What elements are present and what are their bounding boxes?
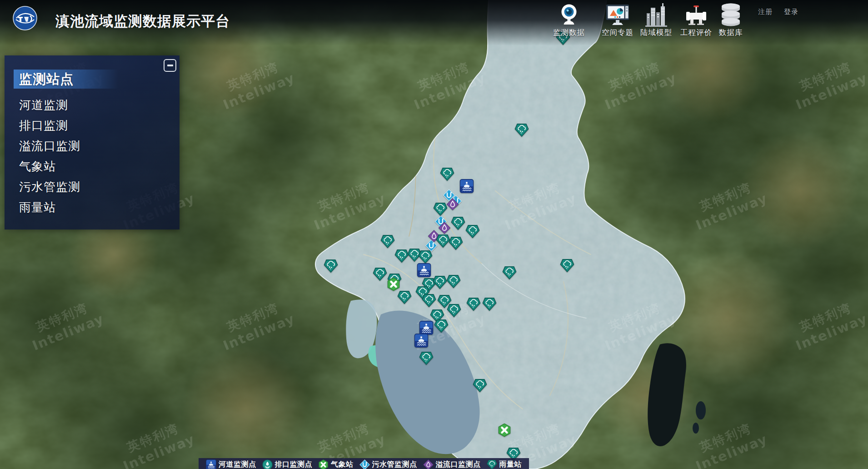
nav-item-database[interactable]: 数据库 bbox=[709, 2, 753, 38]
map-marker-rain-station[interactable] bbox=[447, 304, 461, 317]
map-marker-river-monitoring[interactable] bbox=[460, 179, 474, 193]
map-marker-rain-station[interactable] bbox=[422, 294, 436, 307]
sidebar-item-sewage-monitoring[interactable]: 污水管监测 bbox=[5, 177, 180, 197]
map-marker-rain-station[interactable] bbox=[447, 275, 461, 288]
map-marker-rain-station[interactable] bbox=[483, 298, 497, 311]
monitoring-stations-panel: 监测站点 河道监测 排口监测 溢流口监测 气象站 污水管监测 雨量站 bbox=[5, 55, 180, 230]
map-marker-rain-station[interactable] bbox=[419, 352, 434, 365]
sidebar-item-outlet-monitoring[interactable]: 排口监测 bbox=[5, 115, 180, 136]
rain-marker-icon bbox=[487, 459, 497, 469]
login-link[interactable]: 登录 bbox=[784, 8, 798, 16]
panel-collapse-button[interactable] bbox=[164, 59, 176, 72]
nav-item-spatial-topics[interactable]: 空间专题 bbox=[596, 2, 639, 38]
map-marker-rain-station[interactable] bbox=[449, 237, 463, 250]
panel-title-monitoring-stations[interactable]: 监测站点 bbox=[14, 70, 118, 89]
map-marker-rain-station[interactable] bbox=[436, 234, 450, 248]
map-marker-rain-station[interactable] bbox=[473, 379, 487, 392]
database-icon bbox=[719, 2, 742, 27]
register-link[interactable]: 注册 bbox=[758, 8, 773, 16]
map-legend: 河道监测点 排口监测点 气象站 污水管监测点 溢流口监测点 雨量站 bbox=[199, 458, 529, 469]
legend-item-outlet: 排口监测点 bbox=[262, 459, 313, 469]
sidebar-item-rain-station[interactable]: 雨量站 bbox=[5, 197, 180, 218]
map-marker-weather-station[interactable] bbox=[498, 423, 511, 437]
map-marker-rain-station[interactable] bbox=[398, 291, 412, 304]
legend-item-overflow: 溢流口监测点 bbox=[423, 459, 481, 469]
map-marker-rain-station[interactable] bbox=[467, 298, 481, 311]
legend-item-rain: 雨量站 bbox=[487, 459, 522, 469]
legend-item-river: 河道监测点 bbox=[206, 459, 256, 469]
minus-icon bbox=[167, 65, 173, 66]
map-marker-rain-station[interactable] bbox=[381, 235, 395, 248]
city-buildings-icon bbox=[644, 2, 668, 27]
map-marker-rain-station[interactable] bbox=[434, 203, 448, 216]
outlet-marker-icon bbox=[262, 459, 273, 469]
company-logo bbox=[13, 6, 37, 30]
sidebar-item-overflow-monitoring[interactable]: 溢流口监测 bbox=[5, 136, 180, 156]
nav-item-monitoring-data[interactable]: 监测数据 bbox=[547, 2, 591, 38]
webcam-icon bbox=[557, 2, 581, 27]
sewage-marker-icon bbox=[359, 459, 370, 469]
legend-item-sewage: 污水管监测点 bbox=[359, 459, 417, 469]
nav-label: 工程评价 bbox=[680, 28, 712, 38]
map-marker-rain-station[interactable] bbox=[451, 217, 465, 230]
pipe-valve-icon bbox=[684, 2, 708, 27]
top-bar: 滇池流域监测数据展示平台 监测数据 bbox=[0, 0, 868, 45]
map-marker-rain-station[interactable] bbox=[515, 124, 529, 137]
map-marker-rain-station[interactable] bbox=[419, 250, 433, 264]
overflow-marker-icon bbox=[423, 459, 434, 469]
river-marker-icon bbox=[206, 459, 216, 469]
nav-label: 空间专题 bbox=[602, 28, 634, 38]
nav-label: 数据库 bbox=[719, 28, 743, 38]
page-title: 滇池流域监测数据展示平台 bbox=[55, 12, 230, 31]
sidebar-item-weather-station[interactable]: 气象站 bbox=[5, 156, 180, 177]
map-marker-rain-station[interactable] bbox=[434, 319, 449, 333]
map-marker-rain-station[interactable] bbox=[560, 259, 574, 272]
map-marker-rain-station[interactable] bbox=[466, 225, 480, 238]
map-marker-rain-station[interactable] bbox=[440, 168, 454, 181]
map-marker-overflow-outlet[interactable] bbox=[439, 222, 451, 234]
map-marker-river-monitoring[interactable] bbox=[414, 334, 429, 348]
map-marker-river-monitoring[interactable] bbox=[419, 321, 434, 335]
nav-label: 陆域模型 bbox=[640, 28, 672, 38]
nav-label: 监测数据 bbox=[553, 28, 585, 38]
map-marker-rain-station[interactable] bbox=[433, 276, 447, 289]
map-marker-rain-station[interactable] bbox=[324, 259, 338, 273]
map-marker-rain-station[interactable] bbox=[373, 268, 387, 281]
map-marker-rain-station[interactable] bbox=[503, 266, 517, 279]
legend-item-weather: 气象站 bbox=[318, 459, 354, 469]
map-marker-rain-station[interactable] bbox=[395, 249, 409, 263]
sidebar-item-river-monitoring[interactable]: 河道监测 bbox=[5, 95, 180, 115]
weather-marker-icon bbox=[318, 459, 329, 469]
monitor-chart-icon bbox=[605, 2, 630, 27]
map-marker-weather-station[interactable] bbox=[387, 277, 400, 291]
map-marker-overflow-outlet[interactable] bbox=[447, 198, 459, 210]
nav-item-land-model[interactable]: 陆域模型 bbox=[634, 2, 678, 38]
map-marker-river-monitoring[interactable] bbox=[417, 263, 431, 277]
